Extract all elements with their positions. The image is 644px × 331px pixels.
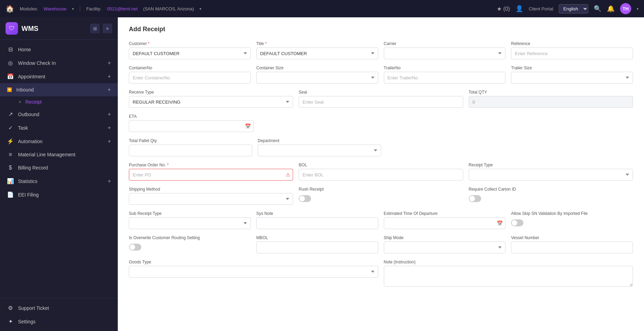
ship-mode-label: Ship Mode bbox=[384, 235, 506, 240]
sidebar-item-window-check-in[interactable]: ◎ Window Check In + bbox=[0, 56, 118, 70]
rush-receipt-toggle[interactable] bbox=[299, 195, 311, 202]
user-dropdown-icon[interactable]: ▾ bbox=[637, 7, 638, 11]
sidebar-nav: ⊟ Home ◎ Window Check In + 📅 Appointment… bbox=[0, 40, 118, 298]
purchase-order-group: Purchase Order No. * ⚠ bbox=[129, 163, 293, 181]
grid-view-button[interactable]: ⊞ bbox=[90, 24, 100, 33]
require-collect-carton-toggle[interactable] bbox=[469, 195, 481, 202]
container-size-select[interactable] bbox=[256, 72, 378, 84]
carrier-group: Carrier bbox=[384, 41, 506, 59]
sub-receipt-type-select[interactable] bbox=[129, 217, 251, 229]
sidebar-item-settings[interactable]: ✦ Settings bbox=[0, 315, 118, 328]
form-row-1: Customer * DEFAULT CUSTOMER Title * DEFA… bbox=[129, 41, 633, 59]
sys-note-input[interactable] bbox=[256, 217, 378, 229]
sidebar-brand: 🛡 WMS ⊞ ≡ bbox=[0, 17, 118, 40]
billing-icon: $ bbox=[7, 165, 14, 171]
shipping-method-select[interactable] bbox=[129, 193, 293, 205]
sidebar-item-task[interactable]: ✓ Task + bbox=[0, 121, 118, 134]
list-view-button[interactable]: ≡ bbox=[103, 24, 112, 33]
form-row-5: Total Pallet Qty Department bbox=[129, 138, 633, 156]
automation-plus-icon[interactable]: + bbox=[108, 138, 111, 145]
receive-type-select[interactable]: REGULAR RECEIVING bbox=[129, 96, 293, 108]
total-pallet-qty-input[interactable] bbox=[129, 145, 252, 156]
facility-dropdown-icon[interactable]: ▾ bbox=[200, 7, 201, 11]
seal-input[interactable] bbox=[299, 96, 463, 108]
statistics-plus-icon[interactable]: + bbox=[108, 178, 111, 184]
require-collect-carton-toggle-wrapper bbox=[469, 193, 633, 202]
avatar[interactable]: TH bbox=[620, 3, 631, 14]
mbol-input[interactable] bbox=[256, 242, 378, 253]
star-favorites[interactable]: ★ (0) bbox=[497, 6, 510, 12]
support-icon: ⚙ bbox=[7, 305, 14, 311]
brand-name: WMS bbox=[21, 25, 38, 33]
goods-type-group: Goods Type bbox=[129, 260, 378, 278]
sidebar-item-inbound[interactable]: 🔽 Inbound + bbox=[0, 83, 118, 96]
modules-value[interactable]: Warehouse bbox=[44, 6, 67, 11]
shipping-method-group: Shipping Method bbox=[129, 187, 293, 205]
sidebar-item-home[interactable]: ⊟ Home bbox=[0, 43, 118, 56]
sidebar-item-appointment[interactable]: 📅 Appointment + bbox=[0, 70, 118, 83]
estimated-time-input[interactable] bbox=[384, 217, 506, 229]
receipt-type-select[interactable] bbox=[469, 169, 633, 181]
inbound-plus-icon[interactable]: + bbox=[108, 87, 111, 93]
vessel-number-input[interactable] bbox=[511, 242, 633, 253]
is-overwrite-toggle-wrapper bbox=[129, 242, 251, 251]
sidebar-item-billing-record[interactable]: $ Billing Record bbox=[0, 161, 118, 174]
calendar-icon[interactable]: 📅 bbox=[245, 123, 251, 129]
allow-skip-label: Allow Skip SN Validation By Imported Fil… bbox=[511, 211, 633, 216]
task-plus-icon[interactable]: + bbox=[108, 125, 111, 131]
vessel-number-group: Vessel Number bbox=[511, 235, 633, 253]
sidebar-item-outbound[interactable]: ↗ Outbound + bbox=[0, 107, 118, 121]
eta-group: ETA 📅 bbox=[129, 114, 254, 132]
sidebar-subitem-receipt[interactable]: ★ Receipt bbox=[0, 96, 118, 107]
customer-select[interactable]: DEFAULT CUSTOMER bbox=[129, 47, 251, 59]
facility-email[interactable]: 0521@teml.net bbox=[107, 6, 138, 11]
automation-icon: ⚡ bbox=[7, 138, 14, 145]
title-select[interactable]: DEFAULT CUSTOMER bbox=[256, 47, 378, 59]
note-textarea[interactable] bbox=[384, 266, 633, 287]
allow-skip-toggle[interactable] bbox=[511, 219, 523, 226]
sidebar-item-eei-filing[interactable]: 📄 EEI Filing bbox=[0, 188, 118, 201]
home-icon[interactable]: 🏠 bbox=[6, 5, 14, 13]
carrier-label: Carrier bbox=[384, 41, 506, 46]
trailer-no-group: TrailerNo bbox=[384, 66, 506, 84]
is-overwrite-toggle[interactable] bbox=[129, 244, 141, 251]
modules-dropdown-icon[interactable]: ▾ bbox=[72, 7, 74, 11]
client-portal-label[interactable]: Client Portal bbox=[529, 6, 553, 11]
department-select[interactable] bbox=[258, 145, 381, 156]
language-selector[interactable]: English Spanish bbox=[559, 4, 588, 14]
sidebar-item-material-line[interactable]: ≡ Material Line Management bbox=[0, 148, 118, 161]
trailer-size-label: Trailer Size bbox=[511, 66, 633, 70]
rush-receipt-label: Rush Receipt bbox=[299, 187, 463, 192]
trailer-size-select[interactable] bbox=[511, 72, 633, 84]
sub-receipt-type-label: Sub Receipt Type bbox=[129, 211, 251, 216]
department-label: Department bbox=[258, 138, 381, 143]
carrier-select[interactable] bbox=[384, 47, 506, 59]
facility-label: Facility: bbox=[86, 6, 102, 11]
search-icon[interactable]: 🔍 bbox=[594, 5, 601, 12]
sidebar-item-statistics[interactable]: 📊 Statistics + bbox=[0, 174, 118, 188]
sidebar-item-support-ticket[interactable]: ⚙ Support Ticket bbox=[0, 301, 118, 315]
brand-logo-icon: 🛡 bbox=[6, 22, 18, 35]
appointment-plus-icon[interactable]: + bbox=[108, 73, 111, 80]
window-checkin-icon: ◎ bbox=[7, 60, 14, 66]
purchase-order-label: Purchase Order No. * bbox=[129, 163, 293, 167]
eta-input[interactable] bbox=[129, 120, 254, 132]
purchase-order-input-wrapper: ⚠ bbox=[129, 169, 293, 181]
window-checkin-plus-icon[interactable]: + bbox=[108, 60, 111, 66]
estimated-time-calendar-icon[interactable]: 📅 bbox=[497, 220, 503, 226]
trailer-no-input[interactable] bbox=[384, 72, 506, 84]
container-no-input[interactable] bbox=[129, 72, 251, 84]
outbound-icon: ↗ bbox=[7, 111, 14, 117]
reference-input[interactable] bbox=[511, 47, 633, 59]
receive-type-group: Receive Type REGULAR RECEIVING bbox=[129, 90, 293, 108]
receipt-star-icon[interactable]: ★ bbox=[18, 99, 22, 104]
sidebar-item-automation[interactable]: ⚡ Automation + bbox=[0, 134, 118, 148]
purchase-order-input[interactable] bbox=[129, 169, 293, 181]
ship-mode-select[interactable] bbox=[384, 242, 506, 253]
notification-icon[interactable]: 🔔 bbox=[607, 5, 615, 12]
outbound-plus-icon[interactable]: + bbox=[108, 111, 111, 117]
bol-input[interactable] bbox=[299, 169, 463, 181]
mbol-group: MBOL bbox=[256, 235, 378, 253]
goods-type-select[interactable] bbox=[129, 266, 378, 278]
page-title: Add Receipt bbox=[129, 26, 633, 33]
